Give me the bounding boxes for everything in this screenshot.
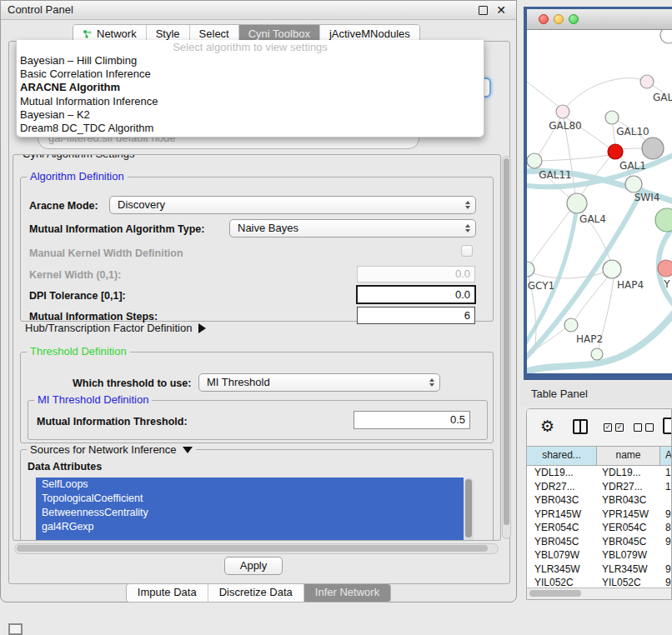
network-node-gal4[interactable] (567, 193, 587, 213)
table-row[interactable]: YPR145WYPR145W9. (527, 508, 671, 522)
bottom-tabs: Impute Data Discretize Data Infer Networ… (1, 583, 516, 602)
control-panel-titlebar: Control Panel ✕ (1, 1, 516, 20)
float-window-icon[interactable] (479, 6, 488, 15)
group-title: Cyni Algorithm Settings (19, 154, 138, 160)
attribute-item-clipped[interactable] (36, 534, 464, 541)
tab-impute-data[interactable]: Impute Data (127, 584, 208, 602)
network-node-gal80[interactable] (556, 105, 569, 118)
unchecked-checkbox-icon[interactable] (645, 423, 654, 432)
screen: Control Panel ✕ Network Style Select Cyn… (0, 0, 672, 635)
columns-icon[interactable] (573, 419, 588, 434)
aracne-mode-label: Aracne Mode: (29, 200, 98, 212)
attribute-item[interactable]: SelfLoops (36, 478, 464, 492)
table-header-row: shared... name A (527, 446, 671, 466)
minimize-traffic-light-icon[interactable] (554, 14, 564, 24)
algorithm-option[interactable]: Dream8 DC_TDC Algorithm (17, 122, 484, 135)
page-icon[interactable] (663, 418, 672, 434)
algorithm-option[interactable]: Bayesian – K2 (17, 108, 484, 122)
network-node-swi4[interactable] (625, 176, 642, 192)
attribute-item[interactable]: BetweennessCentrality (36, 506, 464, 520)
node-label: GAL10 (616, 126, 649, 138)
group-title: Threshold Definition (27, 346, 130, 358)
sources-title[interactable]: Sources for Network Inference (27, 443, 196, 456)
settings-vertical-scrollbar[interactable] (502, 156, 511, 539)
table-cell: 9. (660, 508, 671, 522)
unchecked-checkbox-icon[interactable] (634, 423, 642, 432)
table-toolbar: ⚙ ✓ ✓ (527, 409, 671, 446)
gear-icon[interactable]: ⚙ (540, 417, 554, 436)
network-node-gal[interactable] (640, 75, 654, 88)
network-node-gcy1[interactable] (527, 262, 534, 277)
threshold-definition-group: Threshold Definition Which threshold to … (20, 352, 494, 443)
group-title: Algorithm Definition (27, 171, 128, 182)
algorithm-option[interactable]: Mutual Information Inference (17, 95, 484, 108)
combo-value: Naive Bayes (238, 222, 298, 234)
column-header-shared-name[interactable]: shared... (527, 447, 597, 465)
algorithm-dropdown-popup: Select algorithm to view settings Bayesi… (16, 40, 484, 138)
dpi-tolerance-field[interactable]: 0.0 (356, 285, 476, 304)
settings-horizontal-scrollbar[interactable] (14, 543, 499, 554)
network-node-hap4[interactable] (603, 260, 621, 278)
column-header-name[interactable]: name (597, 447, 660, 465)
sources-title-label: Sources for Network Inference (30, 443, 177, 456)
mi-steps-field[interactable]: 6 (357, 307, 475, 324)
manual-kernel-checkbox[interactable] (461, 245, 473, 257)
table-row[interactable]: YDR27...YDR27...12 (527, 480, 671, 494)
network-nodes: GALGAL80GAL10GAL1GAL11SWI4GAL4GCY1HAP4YH… (527, 30, 672, 360)
table-row[interactable]: YBR043CYBR043C (527, 493, 671, 508)
aracne-mode-combo[interactable]: Discovery (109, 196, 476, 214)
network-node-gal11[interactable] (527, 153, 542, 168)
attributes-scrollbar[interactable] (464, 478, 474, 541)
network-node[interactable] (642, 138, 664, 159)
checked-checkbox-icon[interactable]: ✓ (604, 423, 612, 432)
data-attributes-label: Data Attributes (28, 461, 102, 472)
mi-threshold-field[interactable]: 0.5 (354, 411, 470, 429)
table-row[interactable]: YER054CYER054C8. (527, 521, 671, 535)
network-node[interactable] (591, 348, 603, 360)
close-traffic-light-icon[interactable] (539, 14, 549, 24)
mi-type-combo[interactable]: Naive Bayes (229, 219, 476, 238)
data-attributes-list[interactable]: SelfLoopsTopologicalCoefficientBetweenne… (36, 478, 464, 541)
manual-kernel-label: Manual Kernel Width Definition (29, 248, 183, 259)
network-node-gal1[interactable] (608, 144, 623, 159)
which-threshold-combo[interactable]: MI Threshold (198, 373, 440, 392)
collapsed-panel-handle[interactable] (8, 623, 23, 635)
hub-tf-section[interactable]: Hub/Transcription Factor Definition (25, 322, 206, 334)
collapsed-arrow-icon (198, 323, 206, 333)
table-row[interactable]: YBR045CYBR045C9. (527, 535, 671, 549)
table-cell: YDR27... (527, 480, 597, 494)
table-cell: 13 (660, 466, 671, 480)
table-horizontal-scrollbar[interactable] (527, 588, 671, 599)
hub-tf-label: Hub/Transcription Factor Definition (25, 322, 192, 334)
algorithm-option[interactable]: Bayesian – Hill Climbing (17, 54, 484, 68)
table-cell: YBL079W (597, 548, 660, 562)
network-window-titlebar[interactable] (527, 9, 672, 30)
dropdown-placeholder: Select algorithm to view settings (17, 40, 484, 54)
cyni-algorithm-settings-group: Cyni Algorithm Settings Algorithm Defini… (13, 154, 501, 541)
table-row[interactable]: YLR345WYLR345W9. (527, 562, 671, 577)
attribute-item[interactable]: TopologicalCoefficient (36, 492, 464, 506)
tab-discretize-data[interactable]: Discretize Data (208, 584, 303, 602)
apply-button[interactable]: Apply (224, 557, 283, 575)
table-cell: YLR345W (527, 562, 597, 577)
tab-infer-network[interactable]: Infer Network (303, 584, 390, 602)
zoom-traffic-light-icon[interactable] (569, 14, 579, 24)
network-node[interactable] (655, 208, 672, 232)
table-panel-title: Table Panel (531, 388, 588, 400)
network-canvas[interactable]: GALGAL80GAL10GAL1GAL11SWI4GAL4GCY1HAP4YH… (527, 30, 672, 373)
combo-value: MI Threshold (207, 376, 270, 388)
checked-checkbox-icon[interactable]: ✓ (615, 423, 624, 432)
table-cell: YPR145W (527, 508, 597, 522)
table-row[interactable]: YDL19...YDL19...13 (527, 466, 671, 480)
column-header-clipped[interactable]: A (660, 447, 671, 465)
attribute-item[interactable]: gal4RGexp (36, 520, 464, 534)
close-icon[interactable]: ✕ (496, 2, 506, 18)
network-node[interactable] (660, 30, 672, 43)
network-node-hap2[interactable] (564, 318, 578, 332)
network-node-gal10[interactable] (605, 111, 619, 124)
network-node-y[interactable] (658, 260, 672, 277)
table-cell: YBR043C (527, 493, 597, 508)
table-row[interactable]: YBL079WYBL079W (527, 548, 671, 562)
algorithm-option[interactable]: ARACNE Algorithm (17, 81, 484, 94)
algorithm-option[interactable]: Basic Correlation Inference (17, 68, 484, 81)
